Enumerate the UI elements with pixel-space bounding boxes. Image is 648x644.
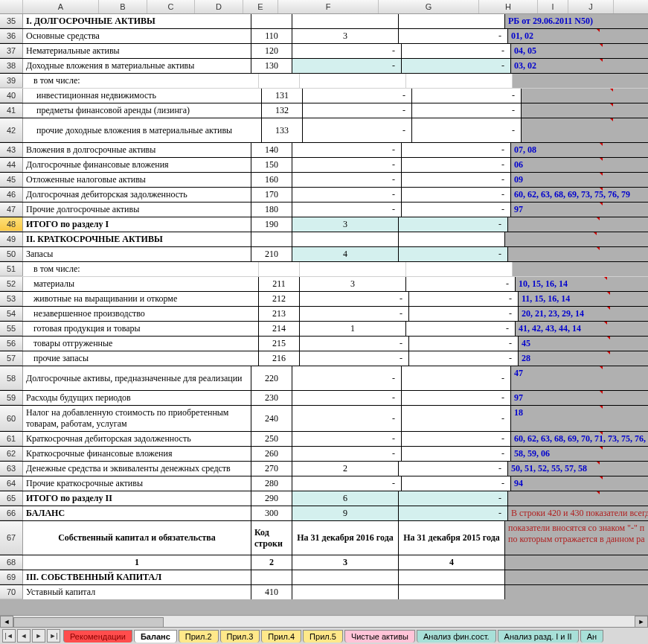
note-cell[interactable] (513, 262, 648, 276)
cell-value-f[interactable]: 9 (292, 506, 399, 520)
col-header-H[interactable]: H (479, 0, 538, 13)
cell-value-f[interactable] (300, 262, 406, 276)
cell-label[interactable]: животные на выращивании и откорме (23, 292, 259, 306)
cell-value-f[interactable]: 2 (292, 462, 399, 476)
note-cell[interactable]: 97 (511, 203, 648, 217)
row-header-43[interactable]: 43 (0, 143, 23, 157)
cell-label[interactable]: Долгосрочные активы, предназначенные для… (23, 366, 251, 390)
cell-value-g[interactable]: - (399, 491, 508, 506)
cell-value-f[interactable]: - (292, 203, 402, 217)
cell-label[interactable]: ИТОГО по разделу I (23, 217, 251, 232)
cell-label[interactable]: материалы (23, 277, 259, 291)
cell-label[interactable]: в том числе: (23, 74, 259, 88)
cell-code[interactable]: 140 (251, 143, 292, 157)
cell-code[interactable]: 211 (259, 277, 300, 291)
cell-label[interactable]: 1 (23, 555, 251, 570)
cell-value-f[interactable] (292, 585, 399, 599)
cell-value-f[interactable]: - (300, 307, 409, 321)
note-cell[interactable] (522, 103, 648, 118)
sheet-tab[interactable]: Прил.3 (220, 630, 260, 643)
cell-value-f[interactable]: - (292, 143, 402, 157)
note-cell[interactable]: 50, 51, 52, 55, 57, 58 (508, 462, 648, 476)
cell-value-f[interactable]: 1 (300, 322, 406, 336)
row-header-41[interactable]: 41 (0, 103, 23, 118)
cell-code[interactable]: 270 (251, 462, 292, 476)
cell-label[interactable]: Уставный капитал (23, 585, 251, 599)
cell-value-g[interactable]: - (399, 217, 508, 232)
cell-value-g[interactable]: - (402, 143, 511, 157)
cell-label[interactable]: прочие запасы (23, 351, 259, 366)
cell-code[interactable]: 216 (259, 351, 300, 366)
row-header-57[interactable]: 57 (0, 351, 23, 366)
sheet-tab[interactable]: Рекомендации (63, 630, 132, 643)
cell-label[interactable]: Денежные средства и эквиваленты денежных… (23, 462, 251, 476)
cell-code[interactable]: 260 (251, 447, 292, 461)
col-header-I[interactable]: I (538, 0, 568, 13)
sheet-tab[interactable]: Чистые активы (344, 630, 415, 643)
cell-value-g[interactable] (399, 570, 505, 584)
cell-code[interactable] (251, 14, 292, 28)
row-header-38[interactable]: 38 (0, 59, 23, 73)
cell-value-f[interactable]: - (292, 59, 402, 73)
cell-value-f[interactable]: - (292, 366, 402, 390)
cell-value-f[interactable]: - (292, 391, 402, 405)
cell-value-f[interactable]: 6 (292, 491, 399, 506)
note-cell[interactable]: 11, 15, 16, 14 (519, 292, 648, 306)
cell-label[interactable]: в том числе: (23, 262, 259, 276)
cell-label[interactable]: Долгосрочные финансовые вложения (23, 158, 251, 172)
cell-value-g[interactable]: - (409, 307, 519, 321)
cell-value-g[interactable]: - (409, 337, 519, 351)
cell-label[interactable]: II. КРАТКОСРОЧНЫЕ АКТИВЫ (23, 232, 251, 246)
cell-value-g[interactable]: - (409, 292, 519, 306)
cell-label[interactable]: Налог на добавленную стоимость по приобр… (23, 406, 251, 431)
cell-label[interactable]: III. СОБСТВЕННЫЙ КАПИТАЛ (23, 570, 251, 584)
note-cell[interactable] (522, 118, 648, 142)
cell-code[interactable] (259, 262, 300, 276)
tab-first-button[interactable]: |◄ (2, 629, 16, 643)
row-header-62[interactable]: 62 (0, 447, 23, 461)
cell-value-f[interactable]: - (300, 337, 409, 351)
cell-code[interactable]: 212 (259, 292, 300, 306)
cell-value-f[interactable] (292, 570, 399, 584)
cell-value-f[interactable]: - (292, 406, 402, 431)
note-cell[interactable]: 04, 05 (511, 44, 648, 58)
cell-value-f[interactable]: - (292, 432, 402, 446)
scroll-thumb[interactable] (13, 617, 164, 628)
row-header-36[interactable]: 36 (0, 29, 23, 43)
cell-label[interactable]: ИТОГО по разделу II (23, 491, 251, 506)
cell-value-g[interactable] (399, 232, 505, 246)
note-cell[interactable]: РБ от 29.06.2011 N50) (505, 14, 648, 28)
note-cell[interactable] (508, 491, 648, 506)
note-cell[interactable]: 07, 08 (511, 143, 648, 157)
cell-value-g[interactable]: - (402, 158, 511, 172)
row-header-67[interactable]: 67 (0, 521, 23, 555)
col-header-E[interactable]: E (243, 0, 278, 13)
cell-value-f[interactable]: 3 (292, 217, 399, 232)
cell-code[interactable]: 2 (251, 555, 292, 570)
cell-label[interactable]: незавершенное производство (23, 307, 259, 321)
scroll-right-icon[interactable]: ► (635, 616, 648, 628)
cell-code[interactable]: Код строки (251, 521, 292, 555)
row-header-63[interactable]: 63 (0, 462, 23, 476)
cell-value-f[interactable]: На 31 декабря 2016 года (292, 521, 399, 555)
cell-value-g[interactable]: - (402, 447, 511, 461)
cell-value-g[interactable]: - (399, 29, 508, 43)
cell-code[interactable]: 160 (251, 173, 292, 187)
note-cell[interactable] (505, 570, 648, 584)
row-header-52[interactable]: 52 (0, 277, 23, 291)
cell-value-g[interactable]: - (402, 391, 511, 405)
cell-value-g[interactable]: - (402, 366, 511, 390)
note-cell[interactable]: 97 (511, 391, 648, 405)
note-cell[interactable] (505, 232, 648, 246)
note-cell[interactable] (505, 585, 648, 599)
cell-value-g[interactable]: - (402, 406, 511, 431)
cell-code[interactable]: 150 (251, 158, 292, 172)
cell-code[interactable]: 132 (262, 103, 303, 118)
row-header-48[interactable]: 48 (0, 217, 23, 232)
note-cell[interactable]: 41, 42, 43, 44, 14 (516, 322, 648, 336)
col-header-D[interactable]: D (195, 0, 243, 13)
cell-code[interactable]: 133 (262, 118, 303, 142)
row-header-45[interactable]: 45 (0, 173, 23, 187)
tab-next-button[interactable]: ► (32, 629, 45, 643)
col-header-A[interactable]: A (23, 0, 99, 13)
